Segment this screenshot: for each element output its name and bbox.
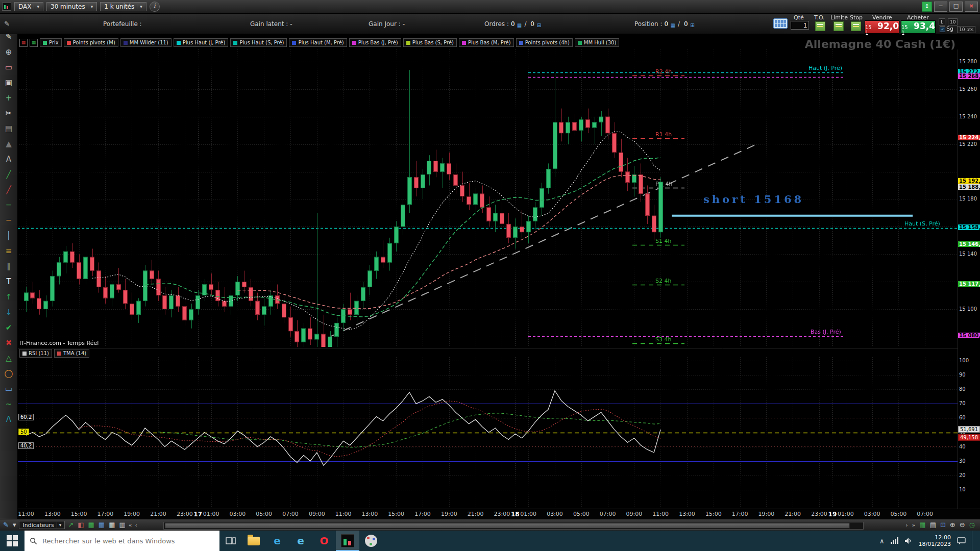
minimize-button[interactable]: ─	[934, 2, 947, 12]
legend-chip[interactable]: Prix	[40, 38, 62, 47]
legend-chip[interactable]: Plus Bas (M, Pré)	[459, 38, 514, 47]
color-dropdown-icon[interactable]: ▾	[13, 520, 16, 530]
info-button[interactable]: i	[150, 2, 160, 12]
legend-chip[interactable]: RSI (11)	[19, 349, 52, 358]
copy-tool[interactable]: ▣	[0, 75, 17, 90]
qty-input[interactable]	[791, 21, 809, 30]
delete-x-tool[interactable]: ✖	[0, 335, 17, 350]
zoom-in-icon[interactable]: ⊕	[950, 520, 955, 530]
scroll-far-left-button[interactable]: «	[129, 522, 132, 529]
layout-grid-icon-3[interactable]: ▦	[109, 520, 115, 530]
legend-chip[interactable]: Plus Haut (M, Pré)	[289, 38, 347, 47]
letters-tool[interactable]: A	[0, 152, 17, 167]
trendline-up-tool[interactable]: ╱	[0, 167, 17, 182]
show-desktop-button[interactable]	[972, 531, 975, 551]
search-input[interactable]	[41, 537, 207, 545]
layout-grid-icon-2[interactable]: ▦	[99, 520, 105, 530]
rectangle-tool[interactable]: ▭	[0, 381, 17, 396]
action-center-icon[interactable]	[957, 537, 966, 545]
legend-chip[interactable]: TMA (14)	[54, 349, 89, 358]
close-button[interactable]: ×	[965, 2, 978, 12]
scroll-right-button[interactable]: ›	[905, 522, 908, 529]
legend-chip[interactable]: MM Hull (30)	[575, 38, 620, 47]
triangle-tool[interactable]: △	[0, 350, 17, 366]
orders-list-icon[interactable]: ▦	[517, 22, 523, 29]
sg-checkbox[interactable]: ✓	[940, 27, 945, 32]
draw-pen-icon[interactable]: ✎	[3, 520, 9, 530]
snapshot-icon[interactable]: ◧	[78, 520, 84, 530]
start-button[interactable]	[0, 531, 24, 551]
arrow-up-tool[interactable]: ↑	[0, 289, 17, 305]
short-annotation[interactable]: short 15168	[703, 193, 804, 206]
print-icon[interactable]: ▤	[930, 520, 936, 530]
limite-order-icon[interactable]	[834, 21, 844, 31]
maximize-button[interactable]: □	[949, 2, 963, 12]
zoom-tool[interactable]: ⊕	[0, 44, 17, 60]
time-axis[interactable]: 11:0013:0015:0017:0019:0021:0023:001701:…	[0, 509, 980, 519]
share-icon[interactable]: ↗	[68, 520, 74, 530]
vline-tool[interactable]: │	[0, 228, 17, 243]
scroll-far-right-button[interactable]: »	[912, 522, 916, 529]
validate-tool[interactable]: ✔	[0, 320, 17, 335]
position-settings-icon[interactable]: ⊞	[690, 22, 696, 29]
file-explorer-button[interactable]	[242, 531, 265, 551]
legend-chip[interactable]: MM Wilder (11)	[120, 38, 172, 47]
mosaic-icon[interactable]: ▦	[919, 520, 925, 530]
trading-app-button[interactable]	[336, 531, 359, 551]
units-dropdown[interactable]: 1 k unités▾	[100, 2, 146, 11]
edit-icon[interactable]: ✎	[4, 20, 10, 28]
arrow-down-tool[interactable]: ↓	[0, 305, 17, 320]
orders-settings-icon[interactable]: ⊞	[536, 22, 542, 29]
candle-style-icon[interactable]: ▥	[119, 520, 125, 530]
taskbar-clock[interactable]: 12:0018/01/2023	[919, 534, 951, 547]
buy-button[interactable]: 15 193,4	[901, 20, 936, 34]
text-tool[interactable]: T	[0, 274, 17, 289]
ellipse-tool[interactable]: ◯	[0, 366, 17, 381]
legend-chip[interactable]: Points pivots (M)	[64, 38, 118, 47]
timeframe-dropdown[interactable]: 30 minutes▾	[46, 2, 97, 11]
indicateurs-button[interactable]: Indicateurs▾	[19, 521, 65, 529]
layout-grid-icon-1[interactable]: ▦	[88, 520, 94, 530]
tray-chevron-up-icon[interactable]: ∧	[879, 537, 885, 545]
cut-tool[interactable]: ✂	[0, 106, 17, 121]
legend-chip[interactable]: Points pivots (4h)	[516, 38, 573, 47]
fullscreen-icon[interactable]: ⊡	[940, 520, 946, 530]
position-list-icon[interactable]: ▦	[670, 22, 676, 29]
internet-explorer-button[interactable]: e	[289, 531, 312, 551]
hline-tool[interactable]: ─	[0, 197, 17, 213]
legend-tool-icon-red[interactable]: ▦	[19, 39, 28, 47]
legend-chip[interactable]: Plus Haut (S, Pré)	[230, 38, 287, 47]
legend-chip[interactable]: Plus Haut (J, Pré)	[174, 38, 229, 47]
network-icon[interactable]	[891, 538, 898, 544]
legend-chip[interactable]: Plus Bas (J, Pré)	[349, 38, 401, 47]
paint-app-button[interactable]	[359, 531, 383, 551]
taskbar-search[interactable]	[24, 531, 219, 551]
volume-icon[interactable]	[904, 537, 913, 544]
connection-status-icon[interactable]: ↕	[922, 2, 932, 12]
move-tool[interactable]: +	[0, 90, 17, 106]
zigzag-tool[interactable]: Λ	[0, 412, 17, 427]
task-view-button[interactable]	[219, 531, 242, 551]
scroll-left-button[interactable]: ‹	[135, 522, 137, 529]
edge-browser-button[interactable]: e	[265, 531, 289, 551]
chart-hscrollbar[interactable]	[163, 522, 864, 530]
keyboard-icon[interactable]	[773, 18, 788, 29]
segment-tool[interactable]: ─	[0, 213, 17, 228]
legend-chip[interactable]: Plus Bas (S, Pré)	[403, 38, 457, 47]
channel-tool[interactable]: ∥	[0, 259, 17, 274]
trendline-down-tool[interactable]: ╱	[0, 182, 17, 197]
shapes-tool[interactable]: ▲	[0, 136, 17, 152]
trash-tool[interactable]: ▤	[0, 121, 17, 136]
instrument-dropdown[interactable]: DAX▾	[14, 2, 43, 11]
stop-order-icon[interactable]	[851, 21, 861, 31]
to-order-icon[interactable]	[815, 21, 825, 31]
fibonacci-tool[interactable]: ≡	[0, 243, 17, 259]
opera-browser-button[interactable]: O	[312, 531, 336, 551]
leverage-value[interactable]: 10	[948, 18, 958, 26]
session-clock-icon[interactable]: ◷	[969, 520, 975, 530]
eraser-tool[interactable]: ▭	[0, 60, 17, 75]
legend-tool-icon-green[interactable]: ▦	[30, 39, 38, 47]
pts-value[interactable]: 10 pts	[957, 26, 975, 33]
wave-tool[interactable]: ~	[0, 396, 17, 412]
sell-button[interactable]: 15 192,0	[865, 20, 899, 34]
